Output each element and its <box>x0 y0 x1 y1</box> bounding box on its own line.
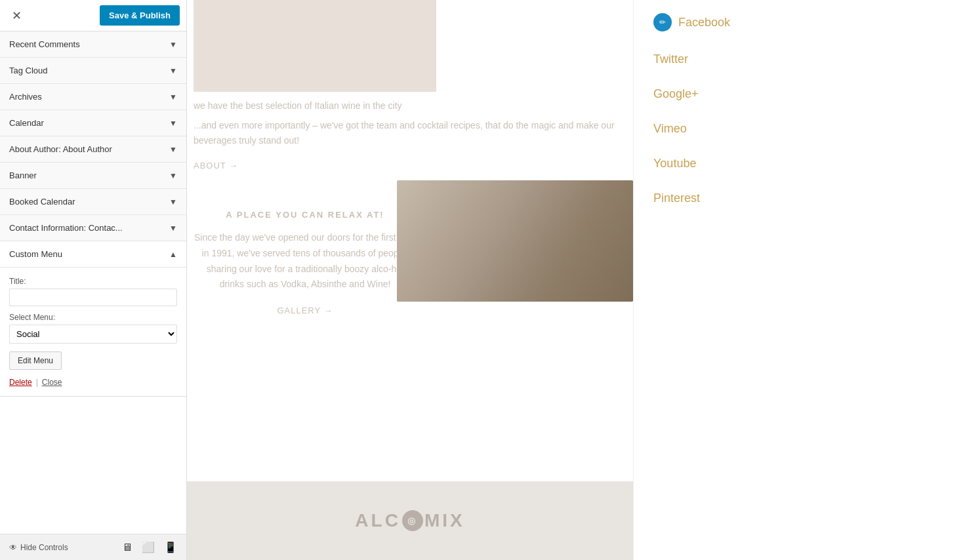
footer-area: ALC ◎ MIX <box>187 481 633 560</box>
widget-header-banner[interactable]: Banner ▼ <box>0 163 186 188</box>
widget-label-calendar: Calendar <box>9 118 44 128</box>
chevron-down-icon: ▼ <box>169 40 177 49</box>
action-separator: | <box>36 378 38 387</box>
widget-header-tag-cloud[interactable]: Tag Cloud ▼ <box>0 58 186 83</box>
footer-logo: ALC ◎ MIX <box>355 510 464 531</box>
mobile-icon[interactable]: 📱 <box>164 541 177 553</box>
facebook-icon-glyph: ✏ <box>659 18 666 27</box>
title-label: Title: <box>9 277 177 286</box>
chevron-up-icon: ▲ <box>169 250 177 259</box>
hero-image <box>194 0 436 92</box>
about-link[interactable]: ABOUT → <box>194 161 620 170</box>
select-menu-label: Select Menu: <box>9 313 177 322</box>
eye-icon: 👁 <box>9 543 17 552</box>
chevron-down-icon: ▼ <box>169 197 177 207</box>
chevron-down-icon: ▼ <box>169 92 177 102</box>
edit-menu-button[interactable]: Edit Menu <box>9 351 62 370</box>
widget-banner: Banner ▼ <box>0 163 186 189</box>
widget-header-calendar[interactable]: Calendar ▼ <box>0 110 186 136</box>
close-button[interactable]: ✕ <box>7 6 27 26</box>
hide-controls-label: Hide Controls <box>20 543 68 552</box>
chevron-down-icon: ▼ <box>169 224 177 233</box>
intro-text-block: we have the best selection of Italian wi… <box>194 98 620 170</box>
social-link-vimeo: Vimeo <box>653 122 889 136</box>
social-link-pinterest: Pinterest <box>653 191 889 205</box>
man-image-inner <box>397 180 633 302</box>
social-link-facebook: ✏ Facebook <box>653 13 889 31</box>
save-publish-button[interactable]: Save & Publish <box>100 5 180 26</box>
widget-about-author: About Author: About Author ▼ <box>0 136 186 163</box>
widget-label-tag-cloud: Tag Cloud <box>9 66 48 75</box>
right-sidebar: ✏ Facebook Twitter Google+ Vimeo Youtube… <box>633 0 909 560</box>
chevron-down-icon: ▼ <box>169 119 177 128</box>
widget-header-recent-comments[interactable]: Recent Comments ▼ <box>0 31 186 57</box>
youtube-link-label[interactable]: Youtube <box>653 157 696 170</box>
widget-label-banner: Banner <box>9 170 37 180</box>
relaxat-block: A PLACE YOU CAN RELAX AT! Since the day … <box>194 210 417 315</box>
vimeo-link-label[interactable]: Vimeo <box>653 122 687 136</box>
widget-header-custom-menu[interactable]: Custom Menu ▲ <box>0 241 186 268</box>
facebook-link-label[interactable]: Facebook <box>678 16 730 30</box>
delete-link[interactable]: Delete <box>9 378 32 387</box>
tablet-icon[interactable]: ⬜ <box>142 541 155 553</box>
chevron-down-icon: ▼ <box>169 171 177 180</box>
widget-header-archives[interactable]: Archives ▼ <box>0 84 186 110</box>
select-menu-dropdown[interactable]: Social Primary Footer <box>9 325 177 344</box>
widget-archives: Archives ▼ <box>0 84 186 110</box>
widget-tag-cloud: Tag Cloud ▼ <box>0 58 186 84</box>
chevron-down-icon: ▼ <box>169 66 177 75</box>
footer-logo-right: MIX <box>424 510 465 531</box>
main-content: we have the best selection of Italian wi… <box>187 0 965 560</box>
google-plus-link-label[interactable]: Google+ <box>653 87 699 101</box>
hide-controls-bar: 👁 Hide Controls 🖥 ⬜ 📱 <box>0 534 186 560</box>
widget-label-booked-calendar: Booked Calendar <box>9 197 75 207</box>
widget-actions: Delete | Close <box>9 378 177 387</box>
social-link-youtube: Youtube <box>653 157 889 170</box>
pinterest-link-label[interactable]: Pinterest <box>653 191 700 205</box>
widget-header-contact-information[interactable]: Contact Information: Contac... ▼ <box>0 215 186 241</box>
desktop-icon[interactable]: 🖥 <box>122 542 133 553</box>
widget-custom-menu: Custom Menu ▲ Title: Select Menu: Social… <box>0 241 186 397</box>
social-link-twitter: Twitter <box>653 52 889 66</box>
top-bar: ✕ Save & Publish <box>0 0 186 31</box>
widget-booked-calendar: Booked Calendar ▼ <box>0 189 186 215</box>
widget-label-custom-menu: Custom Menu <box>9 249 62 259</box>
widget-recent-comments: Recent Comments ▼ <box>0 31 186 58</box>
widget-label-archives: Archives <box>9 92 42 102</box>
intro-text-2: ...and even more importantly – we've got… <box>194 118 620 148</box>
title-input[interactable] <box>9 289 177 306</box>
center-column: we have the best selection of Italian wi… <box>187 0 633 560</box>
left-panel: ✕ Save & Publish Recent Comments ▼ Tag C… <box>0 0 187 560</box>
intro-text-1: we have the best selection of Italian wi… <box>194 98 620 113</box>
widget-label-about-author: About Author: About Author <box>9 144 112 154</box>
twitter-link-label[interactable]: Twitter <box>653 52 688 66</box>
widget-header-about-author[interactable]: About Author: About Author ▼ <box>0 136 186 162</box>
widget-body-custom-menu: Title: Select Menu: Social Primary Foote… <box>0 268 186 396</box>
chevron-down-icon: ▼ <box>169 145 177 154</box>
widget-label-contact-information: Contact Information: Contac... <box>9 223 123 233</box>
widget-header-booked-calendar[interactable]: Booked Calendar ▼ <box>0 189 186 214</box>
widget-contact-information: Contact Information: Contac... ▼ <box>0 215 186 241</box>
widget-calendar: Calendar ▼ <box>0 110 186 136</box>
relaxat-text: Since the day we've opened our doors for… <box>194 230 417 292</box>
footer-logo-left: ALC <box>355 510 401 531</box>
footer-logo-icon: ◎ <box>402 510 423 531</box>
social-link-google-plus: Google+ <box>653 87 889 101</box>
widget-label-recent-comments: Recent Comments <box>9 39 80 49</box>
relaxat-heading: A PLACE YOU CAN RELAX AT! <box>194 210 417 220</box>
close-widget-link[interactable]: Close <box>42 378 62 387</box>
hide-controls-button[interactable]: 👁 Hide Controls <box>9 543 68 552</box>
man-image <box>397 180 633 302</box>
facebook-icon: ✏ <box>653 13 672 31</box>
widget-list: Recent Comments ▼ Tag Cloud ▼ Archives ▼… <box>0 31 186 536</box>
gallery-link[interactable]: GALLERY → <box>194 306 417 315</box>
